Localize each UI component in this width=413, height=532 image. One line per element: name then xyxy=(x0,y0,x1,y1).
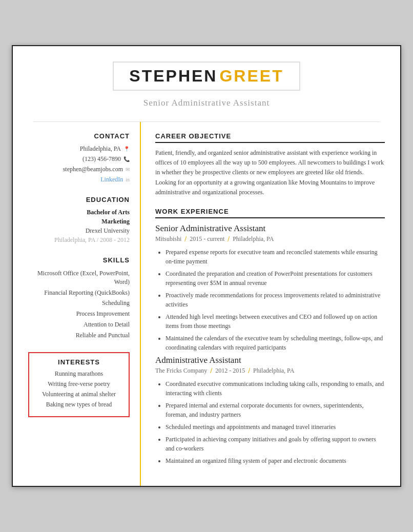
job-meta-2: The Fricks Company / 2012 - 2015 / Phila… xyxy=(155,367,385,375)
sidebar: CONTACT Philadelphia, PA 📍 (123) 456-789… xyxy=(13,122,141,486)
skill-2: Financial Reporting (QuickBooks) xyxy=(28,289,130,297)
bullet-1-4: Attended high level meetings between exe… xyxy=(166,312,385,331)
email-icon: ✉ xyxy=(126,167,130,172)
contact-location: Philadelphia, PA 📍 xyxy=(28,145,130,153)
job-title-2: Administrative Assistant xyxy=(155,355,385,365)
job-bullets-1: Prepared expense reports for executive t… xyxy=(166,248,385,352)
job-subtitle: Senior Administrative Assistant xyxy=(33,98,380,108)
skills-section: SKILLS Microsoft Office (Excel, PowerPoi… xyxy=(28,256,130,340)
bullet-1-5: Maintained the calendars of the executiv… xyxy=(166,334,385,352)
work-experience-title: WORK EXPERIENCE xyxy=(155,208,385,218)
job-company-2: The Fricks Company xyxy=(155,367,207,375)
interest-4: Baking new types of bread xyxy=(35,401,122,408)
contact-section: CONTACT Philadelphia, PA 📍 (123) 456-789… xyxy=(28,132,130,183)
sep1b: / xyxy=(228,235,230,243)
sep2b: / xyxy=(248,367,250,375)
job-meta-1: Mitsubishi / 2015 - current / Philadelph… xyxy=(155,235,385,243)
resume-wrapper: STEPHEN GREET Senior Administrative Assi… xyxy=(12,45,401,487)
sep2a: / xyxy=(210,367,212,375)
phone-icon: 📞 xyxy=(123,156,130,162)
education-degree: Bachelor of Arts xyxy=(28,209,130,216)
sep1a: / xyxy=(184,235,187,243)
education-section: EDUCATION Bachelor of Arts Marketing Dre… xyxy=(28,196,130,244)
name-box: STEPHEN GREET xyxy=(113,62,300,91)
main-content: CAREER OBJECTIVE Patient, friendly, and … xyxy=(141,122,400,486)
job-period-1: 2015 - current xyxy=(190,235,224,243)
career-objective-title: CAREER OBJECTIVE xyxy=(155,132,385,143)
contact-email: stephen@beamjobs.com ✉ xyxy=(28,166,130,173)
skill-5: Attention to Detail xyxy=(28,320,130,329)
interests-section: INTERESTS Running marathons Writing free… xyxy=(28,352,130,417)
skill-6: Reliable and Punctual xyxy=(28,331,130,340)
bullet-1-2: Coordinated the preparation and creation… xyxy=(166,269,385,288)
bullet-2-1: Coordinated executive communications inc… xyxy=(166,379,385,398)
linkedin-link[interactable]: LinkedIn xyxy=(100,176,123,183)
job-bullets-2: Coordinated executive communications inc… xyxy=(166,379,385,465)
education-location-year: Philadelphia, PA / 2008 - 2012 xyxy=(28,236,130,244)
job-company-1: Mitsubishi xyxy=(155,235,181,243)
contact-linkedin[interactable]: LinkedIn in xyxy=(28,176,130,183)
career-objective-text: Patient, friendly, and organized senior … xyxy=(155,148,385,197)
bullet-2-5: Maintained an organized filing system of… xyxy=(166,456,385,465)
first-name: STEPHEN xyxy=(129,67,217,85)
linkedin-icon: in xyxy=(126,177,130,182)
interest-2: Writing free-verse poetry xyxy=(35,380,122,388)
contact-title: CONTACT xyxy=(28,132,130,140)
career-objective-section: CAREER OBJECTIVE Patient, friendly, and … xyxy=(155,132,385,197)
education-university: Drexel University xyxy=(28,227,130,235)
job-location-1: Philadelphia, PA xyxy=(233,235,274,243)
job-title-1: Senior Administrative Assistant xyxy=(155,223,385,234)
bullet-1-3: Proactively made recommendations for pro… xyxy=(166,291,385,309)
skill-1: Microsoft Office (Excel, PowerPoint, Wor… xyxy=(28,269,130,287)
last-name: GREET xyxy=(219,67,283,85)
location-text: Philadelphia, PA xyxy=(80,145,121,153)
skill-4: Process Improvement xyxy=(28,310,130,318)
skills-title: SKILLS xyxy=(28,256,130,264)
education-title: EDUCATION xyxy=(28,196,130,203)
job-location-2: Philadelphia, PA xyxy=(253,367,294,375)
skill-3: Scheduling xyxy=(28,299,130,308)
bullet-2-2: Prepared internal and external corporate… xyxy=(166,401,385,419)
email-text: stephen@beamjobs.com xyxy=(63,166,123,173)
bullet-2-4: Participated in achieving company initia… xyxy=(166,435,385,453)
contact-phone: (123) 456-7890 📞 xyxy=(28,155,130,163)
phone-text: (123) 456-7890 xyxy=(82,155,121,163)
bullet-2-3: Scheduled meetings and appointments and … xyxy=(166,422,385,432)
job-period-2: 2012 - 2015 xyxy=(215,367,245,375)
location-icon: 📍 xyxy=(123,146,130,152)
resume-header: STEPHEN GREET Senior Administrative Assi… xyxy=(13,46,400,113)
bullet-1-1: Prepared expense reports for executive t… xyxy=(166,248,385,266)
body-layout: CONTACT Philadelphia, PA 📍 (123) 456-789… xyxy=(13,122,400,486)
work-experience-section: WORK EXPERIENCE Senior Administrative As… xyxy=(155,208,385,465)
education-major: Marketing xyxy=(28,218,130,226)
interest-1: Running marathons xyxy=(35,370,122,378)
job-entry-2: Administrative Assistant The Fricks Comp… xyxy=(155,355,385,465)
interests-title: INTERESTS xyxy=(35,358,122,366)
interest-3: Volunteering at animal shelter xyxy=(35,391,122,398)
job-entry-1: Senior Administrative Assistant Mitsubis… xyxy=(155,223,385,352)
